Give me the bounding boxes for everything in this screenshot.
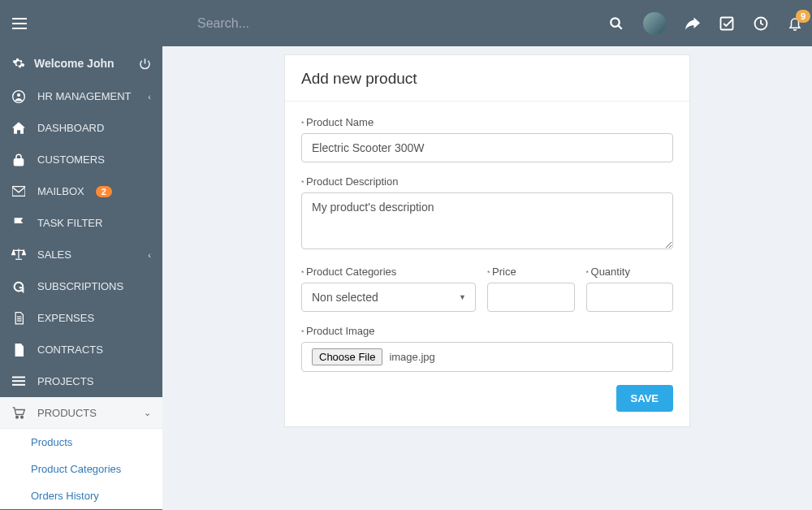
sidebar-item-label: HR MANAGEMENT: [37, 90, 132, 102]
sidebar-sub-products[interactable]: Products: [0, 429, 162, 456]
mailbox-badge: 2: [96, 186, 112, 197]
sidebar-item-label: PRODUCTS: [37, 407, 97, 419]
product-price-label: Price: [487, 266, 575, 278]
main-content: Add new product Product Name Product Des…: [162, 46, 812, 510]
product-desc-textarea[interactable]: My product's description: [301, 192, 673, 249]
sidebar-item-sales[interactable]: SALES ‹: [0, 239, 162, 270]
svg-point-21: [16, 416, 19, 418]
svg-rect-1: [12, 23, 27, 24]
sidebar-item-products[interactable]: PRODUCTS ⌄: [0, 397, 162, 429]
product-cat-select[interactable]: [301, 283, 476, 312]
product-price-input[interactable]: [487, 283, 575, 312]
cart-icon: [11, 407, 26, 419]
sidebar: Welcome John HR MANAGEMENT ‹ DASHBOARD C…: [0, 46, 162, 510]
sidebar-products-section: PRODUCTS ⌄ Products Product Categories O…: [0, 397, 162, 509]
sidebar-item-label: SALES: [37, 249, 71, 261]
document-icon: [11, 312, 26, 325]
svg-rect-2: [12, 28, 27, 29]
hamburger-menu-icon[interactable]: [10, 18, 29, 29]
product-image-file-wrap: Choose File image.jpg: [301, 342, 673, 372]
scales-icon: [11, 249, 26, 261]
top-actions: 9: [609, 12, 802, 35]
svg-rect-11: [12, 187, 25, 197]
svg-point-9: [17, 93, 20, 97]
welcome-text: Welcome John: [34, 57, 114, 70]
checkbox-icon[interactable]: [719, 16, 734, 31]
refresh-icon: [11, 280, 26, 293]
sidebar-item-mailbox[interactable]: MAILBOX 2: [0, 175, 162, 207]
svg-rect-0: [12, 18, 27, 19]
sidebar-item-contracts[interactable]: CONTRACTS: [0, 334, 162, 365]
choose-file-button[interactable]: Choose File: [312, 348, 382, 365]
product-qty-input[interactable]: [586, 283, 674, 312]
home-icon: [11, 122, 26, 134]
sidebar-item-subscriptions[interactable]: SUBSCRIPTIONS: [0, 270, 162, 302]
bell-badge: 9: [796, 10, 810, 23]
cog-icon: [11, 57, 26, 70]
search-wrap: [29, 16, 609, 31]
product-cat-label: Product Categories: [301, 266, 476, 278]
svg-line-4: [618, 25, 622, 29]
welcome-row: Welcome John: [0, 46, 162, 80]
user-avatar[interactable]: [643, 12, 666, 35]
user-circle-icon: [11, 90, 26, 103]
svg-point-22: [21, 416, 24, 418]
share-icon[interactable]: [685, 17, 700, 30]
product-name-label: Product Name: [301, 116, 673, 128]
chevron-down-icon: ⌄: [144, 408, 151, 418]
flag-icon: [11, 217, 26, 230]
sidebar-item-hr[interactable]: HR MANAGEMENT ‹: [0, 80, 162, 112]
chevron-left-icon: ‹: [148, 250, 151, 260]
product-form-card: Add new product Product Name Product Des…: [284, 54, 690, 427]
svg-rect-10: [14, 158, 23, 165]
bell-icon[interactable]: 9: [788, 16, 802, 31]
chosen-file-name: image.jpg: [389, 351, 434, 363]
sidebar-item-label: DASHBOARD: [37, 122, 104, 134]
search-input[interactable]: [197, 16, 441, 31]
product-desc-label: Product Description: [301, 175, 673, 188]
lock-icon: [11, 153, 26, 166]
svg-rect-20: [12, 384, 25, 386]
power-icon[interactable]: [139, 58, 151, 70]
sidebar-sub-orders[interactable]: Orders History: [0, 482, 162, 509]
mail-icon: [11, 186, 26, 197]
sidebar-item-label: TASK FILTER: [37, 217, 102, 229]
sidebar-item-label: EXPENSES: [37, 312, 94, 324]
sidebar-item-customers[interactable]: CUSTOMERS: [0, 144, 162, 175]
product-name-input[interactable]: [301, 133, 673, 162]
svg-rect-5: [721, 17, 733, 29]
sidebar-item-projects[interactable]: PROJECTS: [0, 365, 162, 397]
sidebar-item-taskfilter[interactable]: TASK FILTER: [0, 207, 162, 239]
file-icon: [11, 344, 26, 357]
form-title: Add new product: [285, 55, 689, 102]
clock-icon[interactable]: [754, 16, 768, 31]
svg-rect-19: [12, 380, 25, 382]
chevron-left-icon: ‹: [148, 92, 151, 102]
sidebar-item-label: SUBSCRIPTIONS: [37, 280, 123, 292]
sidebar-item-label: CUSTOMERS: [37, 153, 105, 166]
sidebar-item-label: MAILBOX: [37, 185, 84, 197]
topbar: 9: [0, 0, 812, 46]
sidebar-item-dashboard[interactable]: DASHBOARD: [0, 112, 162, 144]
save-button[interactable]: SAVE: [616, 385, 673, 412]
product-qty-label: Quantity: [586, 266, 674, 278]
sidebar-item-label: CONTRACTS: [37, 344, 103, 356]
sidebar-sub-categories[interactable]: Product Categories: [0, 456, 162, 482]
product-image-label: Product Image: [301, 325, 673, 337]
sidebar-item-expenses[interactable]: EXPENSES: [0, 302, 162, 334]
search-icon[interactable]: [609, 16, 624, 31]
list-icon: [11, 376, 26, 387]
svg-rect-18: [12, 377, 25, 378]
svg-point-3: [611, 18, 620, 27]
sidebar-item-label: PROJECTS: [37, 375, 93, 387]
